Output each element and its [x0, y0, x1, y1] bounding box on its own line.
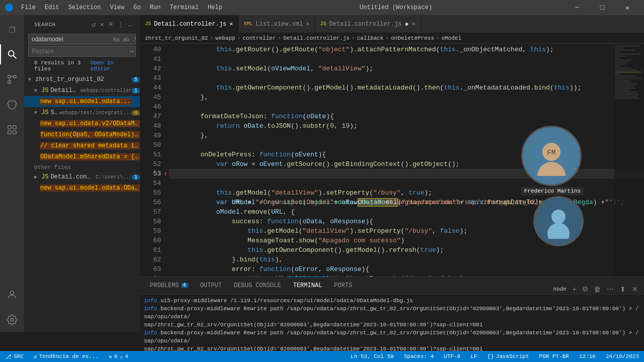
line-num: 45	[140, 93, 161, 102]
tab-detail-controller[interactable]: JS Detail.controller.js ✕	[140, 15, 238, 33]
menu-run[interactable]: Run	[146, 3, 165, 13]
menu-help[interactable]: Help	[204, 3, 226, 13]
tab-label: List.view.xml	[256, 21, 303, 28]
breadcrumb-item-3[interactable]: controller	[243, 35, 276, 41]
encoding: UTF-8	[444, 353, 460, 359]
ln-col-item[interactable]: Ln 53, Col 59	[346, 351, 399, 362]
tree-match-6[interactable]: new sap.ui.model.odata.ODataMo...	[24, 183, 140, 194]
avatar-frederico: FM Frederico Martins	[521, 126, 584, 195]
error-icon: ✕	[109, 353, 112, 360]
minimize-button[interactable]: −	[566, 0, 589, 15]
breadcrumb-item-1[interactable]: zhrst_tr_orgunit_02	[145, 35, 208, 41]
terminal-line: info backend-proxy-middleware Rewrite pa…	[144, 329, 640, 345]
activity-explorer[interactable]: ❐	[0, 17, 24, 41]
errors-item[interactable]: ✕ 0 ⚠ 4	[104, 351, 133, 362]
tree-file-other[interactable]: ▶ JS Detail.controller.js C:\Users\... 1	[24, 171, 140, 183]
breadcrumb-item-6[interactable]: onDeletePress	[391, 35, 434, 41]
tab-close-button[interactable]: ✕	[306, 20, 309, 28]
tree-match-2[interactable]: new sap.ui.odata.v2/ODataModel	[24, 118, 140, 129]
breadcrumb-sep: ›	[436, 35, 440, 41]
activity-extensions[interactable]	[0, 118, 24, 142]
close-button[interactable]: ✕	[616, 0, 639, 15]
language-item[interactable]: {} JavaScript	[482, 351, 534, 362]
terminal-content[interactable]: info ui5-proxy-middleware /1.119.1/resou…	[140, 295, 644, 351]
tree-match-5[interactable]: ODataModel.mSharedData = { server...	[24, 151, 140, 162]
match-case-button[interactable]: Aa	[111, 35, 121, 44]
activity-debug[interactable]	[0, 93, 24, 117]
maximize-button[interactable]: □	[591, 0, 614, 15]
tab-label: Detail.controller.js	[154, 21, 226, 28]
collapse-icon[interactable]: ≡	[108, 19, 114, 30]
menu-selection[interactable]: Selection	[64, 3, 105, 13]
tree-file-startup[interactable]: ▼ JS Startup.js webapp/test/integrati...…	[24, 107, 140, 118]
line-num: 57	[140, 207, 161, 217]
close-panel-button[interactable]: ✕	[630, 284, 640, 294]
svg-point-12	[537, 162, 566, 176]
activity-source-control[interactable]	[0, 67, 24, 92]
menu-terminal[interactable]: Terminal	[166, 3, 203, 13]
spaces-item[interactable]: Spaces: 4	[399, 351, 439, 362]
tab-label: TERMINAL	[293, 282, 322, 289]
avatar-image: FM	[521, 126, 582, 186]
breadcrumb-sep: ›	[210, 35, 213, 41]
activity-settings[interactable]	[0, 308, 24, 332]
replace-icon[interactable]: ↪	[128, 47, 135, 56]
more-panel-button[interactable]: ⋯	[605, 284, 616, 294]
tab-output[interactable]: OUTPUT	[194, 277, 228, 294]
filter-icon[interactable]: ⋮	[116, 19, 126, 30]
clear-results-icon[interactable]: ✕	[99, 19, 106, 30]
replace-input[interactable]	[29, 46, 128, 56]
use-regex-button[interactable]: .*	[131, 35, 138, 44]
match-label: // clear shared metadata in OData...	[40, 142, 140, 149]
menu-view[interactable]: View	[106, 3, 128, 13]
tab-detail-controller-2[interactable]: JS Detail.controller.js ● ✕	[315, 15, 421, 33]
git-info-item[interactable]: ↺ Tendência de es...	[29, 351, 104, 362]
line-num: 47	[140, 112, 161, 121]
search-input[interactable]	[29, 34, 110, 44]
locale-item[interactable]: POR PT-BR	[534, 351, 574, 362]
activity-account[interactable]	[0, 283, 24, 307]
tree-match-1[interactable]: new sap.ui.model.odata...	[24, 96, 140, 107]
encoding-item[interactable]: UTF-8	[439, 351, 465, 362]
sync-icon: ↺	[34, 353, 37, 360]
activity-search[interactable]	[0, 42, 24, 66]
tab-terminal[interactable]: TERMINAL	[287, 277, 328, 294]
breadcrumb: zhrst_tr_orgunit_02 › webapp › controlle…	[140, 33, 644, 44]
git-branch-item[interactable]: ⎇ SRC	[0, 351, 29, 362]
tab-debug-console[interactable]: DEBUG CONSOLE	[228, 277, 287, 294]
tree-group-zhrst[interactable]: ▼ zhrst_tr_orgunit_02 5	[24, 74, 140, 85]
tab-problems[interactable]: PROBLEMS 4	[144, 277, 194, 294]
line-num: 42	[140, 64, 161, 73]
line-num: 58	[140, 217, 161, 226]
trash-icon[interactable]: 🗑	[592, 284, 603, 294]
line-ending-item[interactable]: LF	[465, 351, 482, 362]
tree-match-3[interactable]: function(Opa5, ODataModel) {	[24, 129, 140, 140]
more-icon[interactable]: …	[127, 19, 134, 30]
tree-match-4[interactable]: // clear shared metadata in OData...	[24, 140, 140, 151]
match-label: new sap.ui.model.odata...	[40, 98, 140, 105]
menu-file[interactable]: File	[17, 3, 40, 13]
breadcrumb-item-5[interactable]: callback	[357, 35, 384, 41]
tab-close-button[interactable]: ✕	[412, 20, 416, 28]
breadcrumb-item-7[interactable]: oModel	[441, 35, 461, 41]
svg-text:FM: FM	[547, 149, 555, 157]
add-terminal-button[interactable]: +	[571, 284, 579, 294]
avatar-name: Frederico Martins	[521, 187, 584, 195]
open-in-editor-link[interactable]: Open in editor	[91, 60, 130, 72]
maximize-panel-button[interactable]: ⬆	[618, 284, 628, 294]
tree-file-detail[interactable]: ▼ JS Detail.controller.js webapp/control…	[24, 85, 140, 96]
match-word-button[interactable]: ab	[121, 35, 130, 44]
git-branch: SRC	[14, 353, 24, 359]
tab-list-view[interactable]: XML List.view.xml ✕	[238, 15, 315, 33]
file-label: Detail.controller.js	[50, 173, 94, 180]
menu-go[interactable]: Go	[129, 3, 144, 13]
menu-edit[interactable]: Edit	[41, 3, 63, 13]
match-label: new sap.ui.odata.v2/ODataModel	[40, 120, 140, 127]
terminal-line: info backend-proxy-middleware Rewrite pa…	[144, 305, 640, 321]
split-terminal-button[interactable]: ⧉	[581, 284, 590, 294]
tab-close-button[interactable]: ✕	[229, 20, 233, 28]
refresh-icon[interactable]: ↺	[91, 19, 97, 30]
breadcrumb-item-4[interactable]: Detail.controller.js	[283, 35, 350, 41]
breadcrumb-item-2[interactable]: webapp	[215, 35, 235, 41]
tab-ports[interactable]: PORTS	[328, 277, 358, 294]
